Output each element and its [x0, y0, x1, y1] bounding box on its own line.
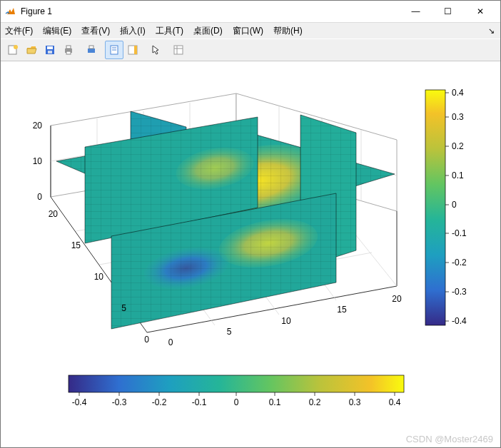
save-icon[interactable]	[41, 41, 59, 59]
menu-view[interactable]: 查看(V)	[81, 25, 110, 37]
close-button[interactable]: ✕	[464, 1, 496, 21]
menu-overflow-icon[interactable]: ↘	[488, 26, 495, 36]
svg-text:0.2: 0.2	[452, 141, 464, 151]
figure-window: Figure 1 — ☐ ✕ 文件(F) 编辑(E) 查看(V) 插入(I) 工…	[0, 0, 501, 448]
svg-text:0.2: 0.2	[309, 397, 321, 407]
svg-rect-5	[48, 51, 52, 54]
minimize-button[interactable]: —	[400, 1, 432, 21]
svg-text:20: 20	[33, 121, 43, 131]
print-preview-icon[interactable]	[82, 41, 101, 59]
svg-rect-15	[134, 46, 137, 54]
menu-file[interactable]: 文件(F)	[5, 25, 33, 37]
toolbar	[1, 39, 500, 61]
svg-text:10: 10	[281, 316, 291, 326]
svg-text:0: 0	[37, 192, 42, 202]
svg-text:0.1: 0.1	[269, 397, 281, 407]
menu-help[interactable]: 帮助(H)	[273, 25, 303, 37]
menu-edit[interactable]: 编辑(E)	[43, 25, 71, 37]
pointer-icon[interactable]	[146, 41, 165, 59]
svg-rect-69	[425, 90, 445, 325]
svg-text:0.4: 0.4	[452, 88, 464, 98]
svg-text:15: 15	[71, 240, 81, 250]
svg-text:-0.3: -0.3	[112, 397, 127, 407]
svg-rect-7	[66, 46, 71, 49]
svg-text:0.3: 0.3	[349, 397, 361, 407]
svg-text:-0.2: -0.2	[452, 258, 467, 268]
colorbar-vertical: -0.4 -0.3 -0.2 -0.1 0 0.1 0.2 0.3 0.4	[425, 88, 467, 326]
property-editor-icon[interactable]	[169, 41, 188, 59]
svg-text:-0.2: -0.2	[152, 397, 167, 407]
window-buttons: — ☐ ✕	[400, 1, 496, 21]
svg-rect-10	[89, 46, 93, 49]
svg-text:-0.1: -0.1	[192, 397, 207, 407]
svg-text:-0.3: -0.3	[452, 287, 467, 297]
svg-text:0: 0	[452, 200, 457, 210]
svg-text:0: 0	[234, 397, 239, 407]
menu-bar: 文件(F) 编辑(E) 查看(V) 插入(I) 工具(T) 桌面(D) 窗口(W…	[1, 23, 500, 39]
axes-area[interactable]: 0 10 20 20 15 10 5 0 0 5 10 15 20 -0	[1, 61, 500, 447]
svg-text:0.3: 0.3	[452, 112, 464, 122]
new-figure-icon[interactable]	[4, 41, 22, 59]
maximize-button[interactable]: ☐	[432, 1, 464, 21]
colorbar-horizontal: -0.4 -0.3 -0.2 -0.1 0 0.1 0.2 0.3 0.4	[69, 375, 404, 407]
svg-point-2	[14, 45, 18, 49]
svg-text:-0.1: -0.1	[452, 228, 467, 238]
svg-rect-88	[69, 375, 404, 392]
link-axes-icon[interactable]	[105, 41, 123, 59]
matlab-icon	[5, 6, 16, 17]
svg-text:5: 5	[121, 303, 126, 313]
svg-text:-0.4: -0.4	[452, 316, 467, 326]
menu-insert[interactable]: 插入(I)	[120, 25, 145, 37]
menu-tools[interactable]: 工具(T)	[156, 25, 183, 37]
svg-text:0.4: 0.4	[389, 397, 401, 407]
svg-rect-16	[174, 46, 183, 54]
svg-rect-4	[47, 46, 53, 49]
svg-rect-8	[66, 51, 71, 54]
svg-text:0: 0	[168, 337, 173, 347]
svg-text:-0.4: -0.4	[72, 397, 87, 407]
menu-desktop[interactable]: 桌面(D)	[193, 25, 223, 37]
menu-window[interactable]: 窗口(W)	[233, 25, 263, 37]
svg-text:20: 20	[49, 209, 59, 219]
svg-text:15: 15	[337, 305, 347, 315]
svg-text:10: 10	[94, 272, 104, 282]
svg-text:0.1: 0.1	[452, 170, 464, 180]
svg-text:0: 0	[144, 335, 149, 345]
svg-text:20: 20	[392, 294, 402, 304]
svg-text:5: 5	[227, 327, 232, 337]
title-bar[interactable]: Figure 1 — ☐ ✕	[1, 1, 500, 23]
print-icon[interactable]	[59, 41, 78, 59]
svg-text:10: 10	[33, 156, 43, 166]
window-title: Figure 1	[21, 6, 400, 16]
open-icon[interactable]	[22, 41, 41, 59]
insert-colorbar-icon[interactable]	[123, 41, 142, 59]
svg-rect-9	[88, 49, 95, 53]
